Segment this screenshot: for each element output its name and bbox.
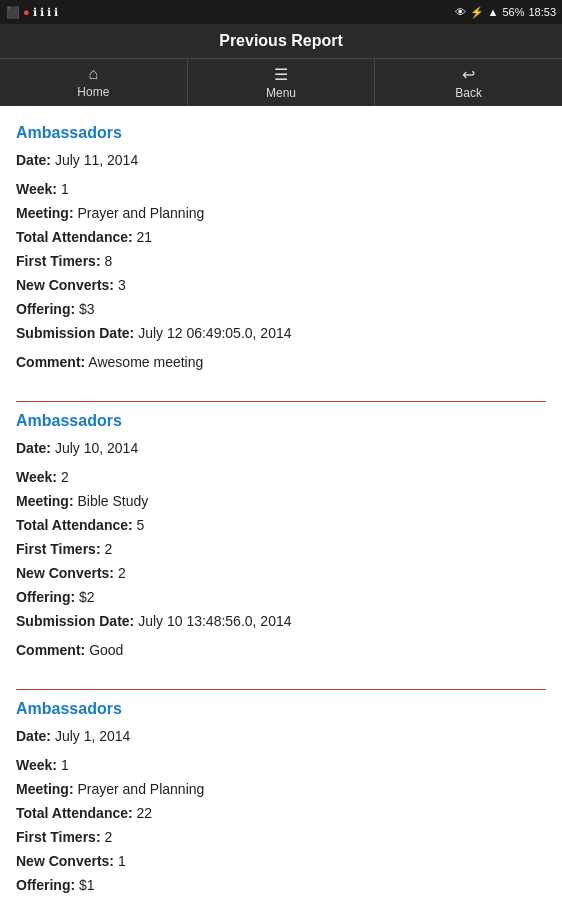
info-icon-1: ℹ — [33, 6, 37, 19]
meeting-label-0: Meeting: — [16, 205, 74, 221]
attendance-label-0: Total Attendance: — [16, 229, 133, 245]
offering-label-0: Offering: — [16, 301, 75, 317]
date-val-2: July 1, 2014 — [55, 728, 131, 744]
firsttimers-val-1: 2 — [104, 541, 112, 557]
submission-label-0: Submission Date: — [16, 325, 134, 341]
submission-val-1: July 10 13:48:56.0, 2014 — [138, 613, 291, 629]
comment-row-0: Comment: Awesome meeting — [16, 352, 546, 373]
content-area: Ambassadors Date: July 11, 2014 Week: 1 … — [0, 106, 562, 900]
offering-row-1: Offering: $2 — [16, 587, 546, 608]
battery-level: 56% — [502, 6, 524, 18]
offering-label-1: Offering: — [16, 589, 75, 605]
meeting-val-1: Bible Study — [77, 493, 148, 509]
nav-home-label: Home — [77, 85, 109, 99]
back-icon: ↩ — [462, 65, 475, 84]
menu-icon: ☰ — [274, 65, 288, 84]
firsttimers-row-1: First Timers: 2 — [16, 539, 546, 560]
attendance-row-0: Total Attendance: 21 — [16, 227, 546, 248]
comment-val-0: Awesome meeting — [88, 354, 203, 370]
week-val-2: 1 — [61, 757, 69, 773]
newconverts-label-2: New Converts: — [16, 853, 114, 869]
attendance-label-1: Total Attendance: — [16, 517, 133, 533]
nav-home[interactable]: ⌂ Home — [0, 59, 188, 106]
firsttimers-row-2: First Timers: 2 — [16, 827, 546, 848]
offering-val-1: $2 — [79, 589, 95, 605]
firsttimers-label-2: First Timers: — [16, 829, 101, 845]
divider-1 — [16, 689, 546, 690]
week-label-1: Week: — [16, 469, 57, 485]
comment-val-1: Good — [89, 642, 123, 658]
date-label-0: Date: — [16, 152, 51, 168]
submission-row-1: Submission Date: July 10 13:48:56.0, 201… — [16, 611, 546, 632]
newconverts-row-1: New Converts: 2 — [16, 563, 546, 584]
newconverts-label-1: New Converts: — [16, 565, 114, 581]
signal-icon: ▲ — [488, 6, 499, 18]
date-val-1: July 10, 2014 — [55, 440, 138, 456]
meeting-val-2: Prayer and Planning — [77, 781, 204, 797]
meeting-row-1: Meeting: Bible Study — [16, 491, 546, 512]
meeting-row-2: Meeting: Prayer and Planning — [16, 779, 546, 800]
attendance-row-1: Total Attendance: 5 — [16, 515, 546, 536]
group-name-0: Ambassadors — [16, 124, 546, 142]
date-label-2: Date: — [16, 728, 51, 744]
comment-label-1: Comment: — [16, 642, 85, 658]
offering-row-2: Offering: $1 — [16, 875, 546, 896]
group-name-1: Ambassadors — [16, 412, 546, 430]
attendance-label-2: Total Attendance: — [16, 805, 133, 821]
report-item-2: Ambassadors Date: July 1, 2014 Week: 1 M… — [16, 700, 546, 900]
newconverts-row-2: New Converts: 1 — [16, 851, 546, 872]
date-row-0: Date: July 11, 2014 — [16, 150, 546, 171]
offering-row-0: Offering: $3 — [16, 299, 546, 320]
clock: 18:53 — [528, 6, 556, 18]
week-row-1: Week: 2 — [16, 467, 546, 488]
firsttimers-val-2: 2 — [104, 829, 112, 845]
info-icon-3: ℹ — [47, 6, 51, 19]
firsttimers-label-1: First Timers: — [16, 541, 101, 557]
week-val-0: 1 — [61, 181, 69, 197]
week-label-2: Week: — [16, 757, 57, 773]
report-item-0: Ambassadors Date: July 11, 2014 Week: 1 … — [16, 124, 546, 391]
bluetooth-icon: ⚡ — [470, 6, 484, 19]
meeting-label-2: Meeting: — [16, 781, 74, 797]
page-title: Previous Report — [219, 32, 343, 49]
meeting-row-0: Meeting: Prayer and Planning — [16, 203, 546, 224]
offering-label-2: Offering: — [16, 877, 75, 893]
firsttimers-label-0: First Timers: — [16, 253, 101, 269]
date-row-2: Date: July 1, 2014 — [16, 726, 546, 747]
nav-back-label: Back — [455, 86, 482, 100]
status-right-info: 👁 ⚡ ▲ 56% 18:53 — [455, 6, 556, 19]
week-label-0: Week: — [16, 181, 57, 197]
submission-row-0: Submission Date: July 12 06:49:05.0, 201… — [16, 323, 546, 344]
group-name-2: Ambassadors — [16, 700, 546, 718]
status-left-icons: ⬛ ● ℹ ℹ ℹ ℹ — [6, 6, 58, 19]
attendance-val-0: 21 — [137, 229, 153, 245]
newconverts-val-2: 1 — [118, 853, 126, 869]
eye-icon: 👁 — [455, 6, 466, 18]
newconverts-val-1: 2 — [118, 565, 126, 581]
title-bar: Previous Report — [0, 24, 562, 58]
attendance-row-2: Total Attendance: 22 — [16, 803, 546, 824]
comment-label-0: Comment: — [16, 354, 85, 370]
submission-val-0: July 12 06:49:05.0, 2014 — [138, 325, 291, 341]
nav-menu[interactable]: ☰ Menu — [188, 59, 376, 106]
week-val-1: 2 — [61, 469, 69, 485]
info-icon-4: ℹ — [54, 6, 58, 19]
info-icon-2: ℹ — [40, 6, 44, 19]
newconverts-label-0: New Converts: — [16, 277, 114, 293]
nav-back[interactable]: ↩ Back — [375, 59, 562, 106]
offering-val-0: $3 — [79, 301, 95, 317]
nav-menu-label: Menu — [266, 86, 296, 100]
offering-val-2: $1 — [79, 877, 95, 893]
bbm-icon: ⬛ — [6, 6, 20, 19]
date-val-0: July 11, 2014 — [55, 152, 138, 168]
meeting-label-1: Meeting: — [16, 493, 74, 509]
newconverts-row-0: New Converts: 3 — [16, 275, 546, 296]
week-row-0: Week: 1 — [16, 179, 546, 200]
comment-row-1: Comment: Good — [16, 640, 546, 661]
attendance-val-2: 22 — [137, 805, 153, 821]
nav-bar: ⌂ Home ☰ Menu ↩ Back — [0, 58, 562, 106]
date-row-1: Date: July 10, 2014 — [16, 438, 546, 459]
date-label-1: Date: — [16, 440, 51, 456]
attendance-val-1: 5 — [137, 517, 145, 533]
week-row-2: Week: 1 — [16, 755, 546, 776]
